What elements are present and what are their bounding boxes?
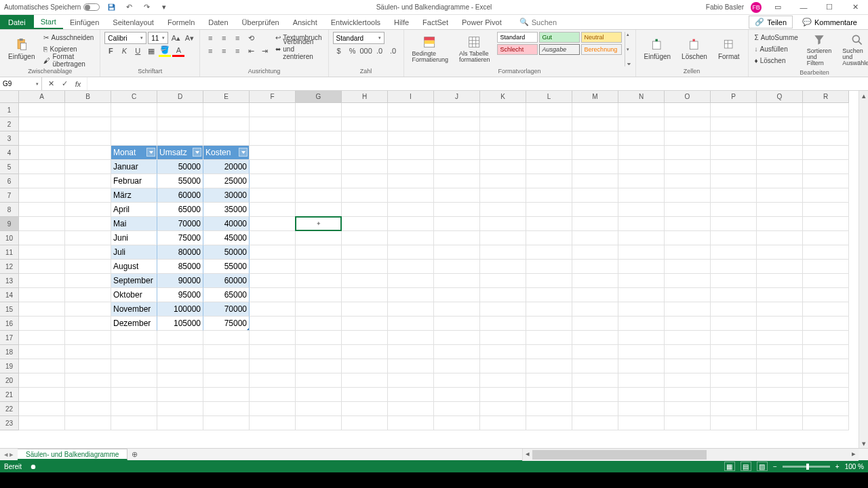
cell[interactable] <box>711 217 757 231</box>
cell[interactable] <box>65 302 111 317</box>
increase-font-icon[interactable]: A▴ <box>170 32 182 44</box>
cell[interactable] <box>572 359 618 373</box>
column-header[interactable]: D <box>157 91 203 103</box>
cell[interactable] <box>157 117 203 131</box>
cell[interactable] <box>572 302 618 317</box>
column-header[interactable]: L <box>526 91 572 103</box>
cell[interactable] <box>296 359 342 373</box>
cell[interactable] <box>480 231 526 245</box>
cell[interactable]: 65000 <box>203 288 250 302</box>
cell[interactable] <box>711 203 757 217</box>
cell[interactable] <box>526 302 572 317</box>
cell[interactable] <box>480 274 526 288</box>
cell[interactable] <box>757 317 803 331</box>
cell[interactable] <box>342 260 388 274</box>
cell[interactable] <box>65 131 111 146</box>
cell[interactable] <box>19 331 65 345</box>
cell[interactable] <box>296 388 342 402</box>
cell[interactable] <box>480 345 526 359</box>
cell[interactable] <box>757 274 803 288</box>
cell[interactable] <box>711 103 757 117</box>
cell[interactable] <box>803 103 849 117</box>
cell[interactable] <box>757 231 803 245</box>
filter-dropdown-icon[interactable] <box>146 148 155 157</box>
cell[interactable] <box>388 373 434 388</box>
cell[interactable]: Monat <box>111 146 157 160</box>
cell[interactable] <box>65 217 111 231</box>
cell[interactable] <box>434 317 480 331</box>
cell[interactable] <box>526 146 572 160</box>
cell[interactable] <box>203 345 250 359</box>
increase-decimal-icon[interactable]: .0 <box>374 45 386 57</box>
cell[interactable] <box>480 174 526 188</box>
increase-indent-icon[interactable]: ⇥ <box>258 45 271 57</box>
cell[interactable] <box>618 203 665 217</box>
ribbon-tab-hilfe[interactable]: Hilfe <box>387 15 416 29</box>
cell[interactable] <box>65 231 111 245</box>
scroll-left-icon[interactable]: ◂ <box>523 449 532 458</box>
ribbon-tab-seitenlayout[interactable]: Seitenlayout <box>106 15 161 29</box>
row-header[interactable]: 21 <box>0 388 19 402</box>
cell[interactable] <box>665 359 711 373</box>
cell[interactable] <box>665 274 711 288</box>
cell[interactable] <box>665 331 711 345</box>
cell[interactable] <box>388 288 434 302</box>
cell[interactable] <box>665 117 711 131</box>
row-header[interactable]: 7 <box>0 188 19 203</box>
cell[interactable] <box>803 245 849 260</box>
cell[interactable] <box>803 117 849 131</box>
cell[interactable] <box>250 288 296 302</box>
cell[interactable]: Dezember <box>111 317 157 331</box>
cell[interactable]: 75000 <box>157 231 203 245</box>
cell[interactable] <box>526 131 572 146</box>
cell[interactable] <box>111 103 157 117</box>
italic-button[interactable]: K <box>118 45 130 57</box>
formula-input[interactable] <box>87 77 868 90</box>
cell[interactable] <box>250 345 296 359</box>
column-header[interactable]: I <box>388 91 434 103</box>
more-icon[interactable]: ⏷ <box>627 62 631 66</box>
cell[interactable] <box>388 217 434 231</box>
close-icon[interactable]: ✕ <box>846 1 865 14</box>
row-header[interactable]: 5 <box>0 160 19 174</box>
cell[interactable] <box>618 359 665 373</box>
cell[interactable] <box>665 103 711 117</box>
column-header[interactable]: F <box>250 91 296 103</box>
bold-button[interactable]: F <box>104 45 117 57</box>
cell[interactable] <box>526 388 572 402</box>
cut-button[interactable]: ✂Ausschneiden <box>41 32 96 43</box>
ribbon-tab-power pivot[interactable]: Power Pivot <box>455 15 509 29</box>
sheet-prev-icon[interactable]: ◂ <box>4 450 8 459</box>
cell[interactable]: September <box>111 274 157 288</box>
cell[interactable] <box>342 416 388 430</box>
cell[interactable] <box>711 160 757 174</box>
spreadsheet-grid[interactable]: ABCDEFGHIJKLMNOPQR 123456789101112131415… <box>0 91 868 448</box>
comments-button[interactable]: 💬 Kommentare <box>797 16 863 28</box>
cell[interactable] <box>572 217 618 231</box>
insert-cells-button[interactable]: Einfügen <box>640 32 675 66</box>
cell[interactable]: 80000 <box>157 245 203 260</box>
column-header[interactable]: J <box>434 91 480 103</box>
cell[interactable] <box>434 117 480 131</box>
clear-button[interactable]: ♦Löschen <box>753 55 800 66</box>
cell[interactable] <box>342 388 388 402</box>
cell[interactable] <box>250 146 296 160</box>
cell[interactable] <box>526 245 572 260</box>
cell[interactable] <box>157 359 203 373</box>
cell[interactable] <box>250 274 296 288</box>
cell[interactable] <box>342 359 388 373</box>
cell[interactable] <box>203 103 250 117</box>
cell[interactable] <box>711 359 757 373</box>
cell[interactable] <box>803 188 849 203</box>
cell[interactable] <box>65 274 111 288</box>
cell[interactable] <box>434 260 480 274</box>
autosave-toggle-icon[interactable] <box>83 3 100 11</box>
cell[interactable] <box>803 160 849 174</box>
align-right-icon[interactable]: ≡ <box>231 45 243 57</box>
cell[interactable] <box>572 203 618 217</box>
cell[interactable] <box>803 359 849 373</box>
cell[interactable] <box>572 388 618 402</box>
cell[interactable] <box>388 160 434 174</box>
cell[interactable] <box>250 174 296 188</box>
cell[interactable]: 100000 <box>157 302 203 317</box>
